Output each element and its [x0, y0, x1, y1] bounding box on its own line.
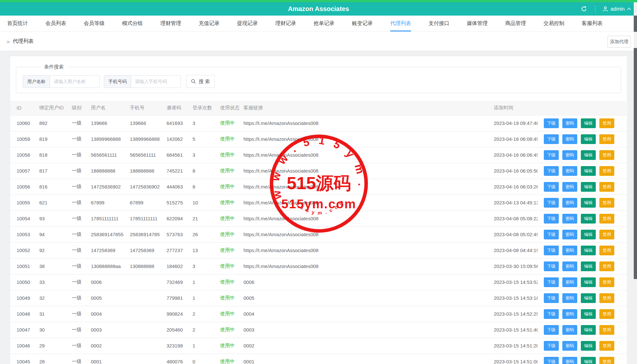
phone-input-group: 手机号码: [104, 75, 181, 88]
cell-service-link: https://t.me/AmazonAssociates008: [237, 195, 487, 211]
disable-button[interactable]: 禁用: [599, 261, 614, 271]
nav-tab-3[interactable]: 会员等级: [84, 16, 105, 31]
password-button[interactable]: 密码: [562, 277, 577, 287]
disable-button[interactable]: 禁用: [599, 293, 614, 303]
cell-added-time: 2023-03-15 14:53:18: [487, 290, 538, 306]
nav-tab-6[interactable]: 充值记录: [199, 16, 219, 31]
password-button[interactable]: 密码: [562, 118, 577, 128]
password-button[interactable]: 密码: [562, 309, 577, 319]
edit-button[interactable]: 编辑: [581, 341, 596, 351]
disable-button[interactable]: 禁用: [599, 246, 614, 255]
username-input[interactable]: [50, 76, 99, 88]
subordinate-button[interactable]: 下级: [544, 293, 559, 303]
subordinate-button[interactable]: 下级: [544, 341, 559, 351]
nav-tab-16[interactable]: 客服列表: [582, 16, 603, 31]
edit-button[interactable]: 编辑: [581, 246, 596, 255]
nav-tab-1[interactable]: 首页统计: [7, 16, 28, 31]
user-menu[interactable]: admin: [599, 6, 634, 12]
password-button[interactable]: 密码: [562, 198, 577, 208]
edit-button[interactable]: 编辑: [581, 214, 596, 224]
disable-button[interactable]: 禁用: [599, 214, 614, 224]
nav-tab-4[interactable]: 模式分组: [122, 16, 143, 31]
edit-button[interactable]: 编辑: [581, 230, 596, 239]
nav-tab-15[interactable]: 交易控制: [543, 16, 564, 31]
scrollbar-thumb-top[interactable]: [634, 16, 637, 32]
disable-button[interactable]: 禁用: [599, 230, 614, 239]
subordinate-button[interactable]: 下级: [544, 166, 559, 176]
edit-button[interactable]: 编辑: [581, 134, 596, 144]
subordinate-button[interactable]: 下级: [544, 198, 559, 208]
password-button[interactable]: 密码: [562, 214, 577, 224]
disable-button[interactable]: 禁用: [599, 325, 614, 335]
subordinate-button[interactable]: 下级: [544, 118, 559, 128]
password-button[interactable]: 密码: [562, 341, 577, 351]
breadcrumb-chevron-icon: »: [6, 38, 10, 45]
search-button[interactable]: 搜 索: [186, 75, 215, 88]
disable-button[interactable]: 禁用: [599, 166, 614, 176]
subordinate-button[interactable]: 下级: [544, 214, 559, 224]
refresh-button[interactable]: [576, 2, 591, 16]
password-button[interactable]: 密码: [562, 325, 577, 335]
password-button[interactable]: 密码: [562, 182, 577, 192]
subordinate-button[interactable]: 下级: [544, 134, 559, 144]
edit-button[interactable]: 编辑: [581, 150, 596, 160]
nav-tab-8[interactable]: 理财记录: [275, 16, 296, 31]
cell-invite-code: 444063: [160, 179, 186, 195]
disable-button[interactable]: 禁用: [599, 134, 614, 144]
nav-tab-5[interactable]: 理财管理: [160, 16, 181, 31]
edit-button[interactable]: 编辑: [581, 309, 596, 319]
disable-button[interactable]: 禁用: [599, 118, 614, 128]
password-button[interactable]: 密码: [562, 150, 577, 160]
nav-tab-7[interactable]: 提现记录: [237, 16, 258, 31]
scrollbar-thumb[interactable]: [634, 48, 637, 279]
disable-button[interactable]: 禁用: [599, 309, 614, 319]
edit-button[interactable]: 编辑: [581, 293, 596, 303]
phone-input[interactable]: [131, 76, 181, 88]
password-button[interactable]: 密码: [562, 166, 577, 176]
edit-button[interactable]: 编辑: [581, 357, 596, 364]
password-button[interactable]: 密码: [562, 230, 577, 239]
subordinate-button[interactable]: 下级: [544, 309, 559, 319]
subordinate-button[interactable]: 下级: [544, 182, 559, 192]
edit-button[interactable]: 编辑: [581, 325, 596, 335]
cell-actions: 下级密码编辑禁用: [538, 322, 628, 338]
nav-tab-14[interactable]: 商品管理: [505, 16, 526, 31]
edit-button[interactable]: 编辑: [581, 198, 596, 208]
disable-button[interactable]: 禁用: [599, 277, 614, 287]
nav-tab-2[interactable]: 会员列表: [45, 16, 66, 31]
disable-button[interactable]: 禁用: [599, 341, 614, 351]
cell-username: 147258369: [84, 242, 123, 258]
cell-id: 10052: [10, 242, 33, 258]
edit-button[interactable]: 编辑: [581, 182, 596, 192]
disable-button[interactable]: 禁用: [599, 357, 614, 364]
subordinate-button[interactable]: 下级: [544, 261, 559, 271]
subordinate-button[interactable]: 下级: [544, 357, 559, 364]
nav-tab-9[interactable]: 抢单记录: [314, 16, 334, 31]
disable-button[interactable]: 禁用: [599, 150, 614, 160]
disable-button[interactable]: 禁用: [599, 182, 614, 192]
nav-tab-12[interactable]: 支付接口: [429, 16, 449, 31]
subordinate-button[interactable]: 下级: [544, 246, 559, 255]
password-button[interactable]: 密码: [562, 261, 577, 271]
nav-tab-13[interactable]: 媒体管理: [467, 16, 488, 31]
add-agent-button[interactable]: 添加代理: [607, 36, 631, 48]
edit-button[interactable]: 编辑: [581, 277, 596, 287]
disable-button[interactable]: 禁用: [599, 198, 614, 208]
edit-button[interactable]: 编辑: [581, 261, 596, 271]
subordinate-button[interactable]: 下级: [544, 230, 559, 239]
subordinate-button[interactable]: 下级: [544, 325, 559, 335]
subordinate-button[interactable]: 下级: [544, 277, 559, 287]
cell-actions: 下级密码编辑禁用: [538, 179, 628, 195]
nav-tab-11[interactable]: 代理列表: [390, 16, 411, 31]
cell-level: 一级: [65, 195, 84, 211]
password-button[interactable]: 密码: [562, 134, 577, 144]
subordinate-button[interactable]: 下级: [544, 150, 559, 160]
cell-actions: 下级密码编辑禁用: [538, 163, 628, 179]
nav-tab-10[interactable]: 账变记录: [352, 16, 373, 31]
edit-button[interactable]: 编辑: [581, 166, 596, 176]
password-button[interactable]: 密码: [562, 246, 577, 255]
cell-phone: 188888888: [123, 163, 160, 179]
edit-button[interactable]: 编辑: [581, 118, 596, 128]
password-button[interactable]: 密码: [562, 357, 577, 364]
password-button[interactable]: 密码: [562, 293, 577, 303]
